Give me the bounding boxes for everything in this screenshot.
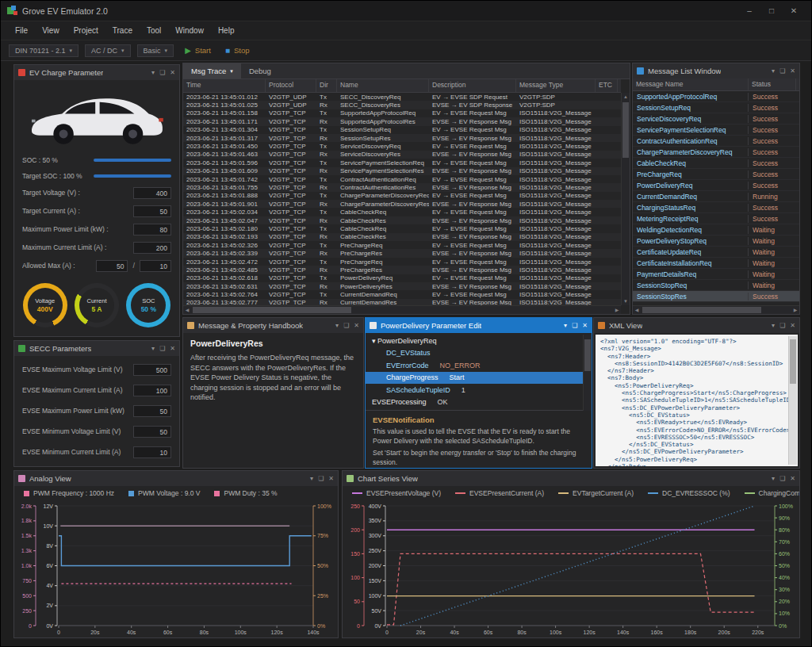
trace-row[interactable]: 2023-06-21 13:45:02.180V2GTP_TCPTxCableC… xyxy=(183,224,621,232)
property-value[interactable]: NO_ERROR xyxy=(440,362,481,369)
trace-column-dir[interactable]: Dir xyxy=(316,79,337,92)
target-soc-slider[interactable] xyxy=(94,174,171,178)
message-list-row[interactable]: SessionStopReqWaiting xyxy=(633,280,799,291)
secc-field-input[interactable]: 50 xyxy=(133,426,171,438)
menu-item-help[interactable]: Help xyxy=(212,24,241,37)
panel-menu-icon[interactable]: ▾ xyxy=(772,322,775,329)
message-list-row[interactable]: ChargeParameterDiscoveryReqSuccess xyxy=(633,147,799,158)
panel-close-icon[interactable]: ✕ xyxy=(170,69,175,76)
secc-field-input[interactable]: 10 xyxy=(133,446,171,458)
panel-float-icon[interactable]: ❏ xyxy=(572,322,577,329)
trace-row[interactable]: 2023-06-21 13:45:02.193V2GTP_TCPRxCableC… xyxy=(183,233,621,241)
property-value[interactable]: Start xyxy=(450,373,465,381)
scroll-down-icon[interactable]: ▼ xyxy=(622,297,630,305)
panel-float-icon[interactable]: ❏ xyxy=(779,322,785,329)
trace-row[interactable]: 2023-06-21 13:45:02.339V2GTP_TCPRxPreCha… xyxy=(183,249,621,257)
trace-row[interactable]: 2023-06-21 13:45:01.304V2GTP_TCPTxSessio… xyxy=(183,126,621,134)
xml-code-view[interactable]: <?xml version="1.0" encoding="UTF-8"?><n… xyxy=(596,335,798,466)
legend-item[interactable]: PWM Frequency : 1000 Hz xyxy=(24,489,114,497)
legend-item[interactable]: EVSEPresentCurrent (A) xyxy=(455,489,544,497)
minimize-button[interactable]: – xyxy=(738,6,760,15)
soc-slider[interactable] xyxy=(94,159,171,162)
property-value[interactable]: OK xyxy=(438,398,448,406)
ev-field-input[interactable]: 50 xyxy=(133,205,171,217)
message-list-row[interactable]: PaymentDetailsReqWaiting xyxy=(633,269,799,280)
trace-vertical-scrollbar[interactable]: ▲ ▼ xyxy=(621,93,630,305)
property-tree-row[interactable]: EVErrorCodeNO_ERROR xyxy=(366,359,584,372)
menu-item-tool[interactable]: Tool xyxy=(140,24,167,37)
panel-float-icon[interactable]: ❏ xyxy=(159,69,165,76)
property-tree-row[interactable]: ▾ PowerDeliveryReq xyxy=(366,335,584,347)
message-list-row[interactable]: PowerDeliveryStopReqWaiting xyxy=(633,235,799,247)
menu-item-window[interactable]: Window xyxy=(169,24,210,37)
panel-close-icon[interactable]: ✕ xyxy=(790,67,795,75)
property-tree-scroll-thumb[interactable] xyxy=(584,339,591,371)
trace-row[interactable]: 2023-06-21 13:45:02.034V2GTP_TCPTxCableC… xyxy=(183,208,621,216)
message-list-row[interactable]: PowerDeliveryReqSuccess xyxy=(633,180,799,191)
property-tree-row[interactable]: EVSEProcessingOK xyxy=(366,396,584,409)
trace-row[interactable]: 2023-06-21 13:45:02.472V2GTP_TCPTxPreCha… xyxy=(183,258,621,266)
message-list-row[interactable]: CertificateUpdateReqWaiting xyxy=(633,247,799,258)
trace-row[interactable]: 2023-06-21 13:45:02.631V2GTP_TCPRxPowerD… xyxy=(183,282,621,290)
trace-row[interactable]: 2023-06-21 13:45:02.047V2GTP_TCPRxCableC… xyxy=(183,216,621,224)
trace-column-description[interactable]: Description xyxy=(429,79,516,92)
legend-item[interactable]: EVTargetCurrent (A) xyxy=(558,489,634,497)
panel-float-icon[interactable]: ❏ xyxy=(159,345,165,352)
panel-menu-icon[interactable]: ▾ xyxy=(564,322,567,329)
allowed-max-input-2[interactable]: 10 xyxy=(140,260,171,272)
trace-row[interactable]: 2023-06-21 13:45:01.901V2GTP_TCPRxCharge… xyxy=(183,200,621,208)
trace-row[interactable]: 2023-06-21 13:45:01.888V2GTP_TCPTxCharge… xyxy=(183,192,621,200)
panel-menu-icon[interactable]: ▾ xyxy=(335,322,339,329)
trace-row[interactable]: 2023-06-21 13:45:02.326V2GTP_TCPTxPreCha… xyxy=(183,241,621,249)
analog-chart[interactable]: 2.0k1.8k1.5k1.3k1.0k750500250012V10V8V6V… xyxy=(14,500,338,638)
legend-item[interactable]: DC_EVRESSSOC (%) xyxy=(648,489,730,497)
message-list-row[interactable]: CurrentDemandReqRunning xyxy=(633,191,799,202)
property-tree-row[interactable]: ChargeProgressStart xyxy=(366,372,584,385)
legend-item[interactable]: ChargingComplete (%) xyxy=(745,489,800,497)
panel-menu-icon[interactable]: ▾ xyxy=(151,345,155,352)
message-list-row[interactable]: CertificateInstallationReqWaiting xyxy=(633,258,799,269)
trace-column-time[interactable]: Time xyxy=(183,79,266,92)
trace-row[interactable]: 2023-06-21 13:45:01.450V2GTP_TCPTxServic… xyxy=(183,142,621,150)
menu-item-trace[interactable]: Trace xyxy=(106,24,139,37)
series-chart[interactable]: 250200150100500400V350V300V250V200V150V1… xyxy=(343,500,799,638)
panel-float-icon[interactable]: ❏ xyxy=(779,67,785,75)
trace-row[interactable]: 2023-06-21 13:45:01.609V2GTP_TCPRxServic… xyxy=(183,167,621,175)
start-button[interactable]: ▶ Start xyxy=(182,44,214,56)
trace-row[interactable]: 2023-06-21 13:45:02.485V2GTP_TCPRxPreCha… xyxy=(183,266,621,274)
panel-close-icon[interactable]: ✕ xyxy=(582,322,588,329)
panel-close-icon[interactable]: ✕ xyxy=(790,475,795,482)
scroll-left-icon[interactable]: ◀ xyxy=(183,306,191,314)
property-value[interactable]: 1 xyxy=(462,386,465,394)
maximize-button[interactable]: □ xyxy=(760,6,783,15)
property-tree-row[interactable]: SAScheduleTupleID1 xyxy=(366,384,584,396)
panel-close-icon[interactable]: ✕ xyxy=(790,322,795,329)
panel-menu-icon[interactable]: ▾ xyxy=(151,69,155,76)
trace-row[interactable]: 2023-06-21 13:45:02.764V2GTP_TCPTxCurren… xyxy=(183,290,621,298)
allowed-max-input-1[interactable]: 50 xyxy=(96,260,128,272)
trace-row[interactable]: 2023-06-21 13:45:01.317V2GTP_TCPRxSessio… xyxy=(183,134,621,142)
panel-float-icon[interactable]: ❏ xyxy=(318,475,324,482)
ev-field-input[interactable]: 200 xyxy=(133,242,171,254)
trace-column-etc[interactable]: ETC xyxy=(596,79,618,92)
message-list-row[interactable]: SupportedAppProtocolReqSuccess xyxy=(633,91,799,102)
trace-row[interactable]: 2023-06-21 13:45:01.755V2GTP_TCPRxContra… xyxy=(183,183,621,191)
trace-vscroll-thumb[interactable] xyxy=(622,102,629,158)
trace-column-message-type[interactable]: Message Type xyxy=(516,79,596,92)
trace-column-protocol[interactable]: Protocol xyxy=(266,79,316,92)
panel-close-icon[interactable]: ✕ xyxy=(354,322,359,329)
stop-button[interactable]: ■ Stop xyxy=(222,44,253,56)
tab-debug[interactable]: Debug xyxy=(241,63,279,78)
secc-field-input[interactable]: 100 xyxy=(133,385,171,396)
panel-float-icon[interactable]: ❏ xyxy=(343,322,349,329)
message-list-row[interactable]: MeteringReceiptReqSuccess xyxy=(633,213,799,224)
message-list-row[interactable]: ServicePaymentSelectionReqSuccess xyxy=(633,124,799,136)
ev-field-input[interactable]: 400 xyxy=(133,187,171,199)
toolbar-combo-2[interactable]: Basic▾ xyxy=(137,44,174,57)
trace-row[interactable]: 2023-06-21 13:45:01.158V2GTP_TCPTxSuppor… xyxy=(183,109,621,117)
trace-column-name[interactable]: Name xyxy=(337,79,429,92)
toolbar-combo-0[interactable]: DIN 70121 - 2.1▾ xyxy=(9,44,79,57)
message-list-column[interactable]: Message Name xyxy=(633,78,749,90)
scroll-up-icon[interactable]: ▲ xyxy=(622,93,630,101)
panel-menu-icon[interactable]: ▾ xyxy=(310,475,313,482)
